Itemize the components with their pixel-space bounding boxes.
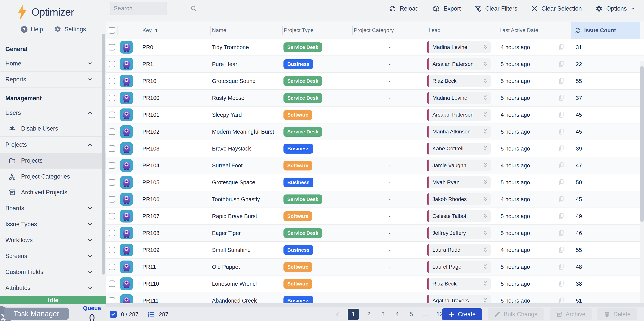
sidebar-scrollbar[interactable] (102, 34, 105, 274)
lead-select[interactable]: Laurel Page (427, 261, 491, 273)
table-row[interactable]: PR107 Rapid Brave Burst Software - Celes… (106, 208, 644, 225)
search-input[interactable] (114, 5, 190, 12)
row-checkbox[interactable] (109, 230, 115, 236)
selection-checkbox[interactable] (110, 311, 117, 318)
table-row[interactable]: PR101 Sleepy Yard Software - Arsalan Pat… (106, 107, 644, 123)
column-header-issue-count[interactable]: Issue Count (571, 22, 640, 39)
table-row[interactable]: PR109 Small Sunshine Business - Laura Ru… (106, 242, 644, 259)
row-checkbox[interactable] (109, 297, 115, 303)
copy-icon[interactable] (558, 162, 564, 169)
table-row[interactable]: PR110 Lonesome Wrench Software - Riaz Be… (106, 275, 644, 292)
row-checkbox[interactable] (109, 179, 115, 186)
page-button-4[interactable]: 4 (393, 309, 401, 320)
export-button[interactable]: Export (432, 5, 461, 13)
table-row[interactable]: PR111 Abandoned Creek Business - Agatha … (106, 292, 644, 303)
lead-select[interactable]: Riaz Beck (427, 278, 491, 290)
bulk-change-button[interactable]: Bulk Change (488, 308, 544, 320)
row-checkbox[interactable] (109, 247, 115, 253)
row-checkbox[interactable] (109, 264, 115, 270)
sidebar-item-issue-types[interactable]: Issue Types (0, 216, 106, 232)
row-checkbox[interactable] (109, 95, 115, 101)
options-button[interactable]: Options (596, 5, 636, 12)
task-manager-button[interactable]: Task Manager (4, 307, 69, 320)
table-row[interactable]: PR102 Modern Meaningful Burst Service De… (106, 123, 644, 140)
copy-icon[interactable] (558, 263, 564, 270)
sidebar-item-archived-projects[interactable]: Archived Projects (0, 185, 106, 200)
copy-icon[interactable] (558, 94, 564, 102)
table-row[interactable]: PR11 Old Puppet Software - Laurel Page 5… (106, 259, 644, 275)
lead-select[interactable]: Agatha Travers (427, 295, 491, 303)
copy-icon[interactable] (558, 179, 564, 186)
column-header-project-category[interactable]: Project Category (352, 22, 427, 39)
row-checkbox[interactable] (109, 128, 115, 135)
row-checkbox[interactable] (109, 145, 115, 152)
lead-select[interactable]: Riaz Beck (427, 75, 491, 87)
table-row[interactable]: PR10 Grotesque Sound Service Desk - Riaz… (106, 73, 644, 90)
page-button-3[interactable]: 3 (379, 309, 387, 320)
horizontal-scrollbar[interactable] (106, 303, 644, 307)
lead-select[interactable]: Jakob Rhodes (427, 193, 491, 205)
lead-select[interactable]: Jeffrey Jeffery (427, 227, 491, 239)
lead-select[interactable]: Jamie Vaughn (427, 159, 491, 172)
table-scrollbar[interactable] (640, 66, 644, 222)
select-all-checkbox[interactable] (109, 27, 115, 34)
lead-select[interactable]: Madina Levine (427, 41, 491, 53)
row-checkbox[interactable] (109, 44, 115, 51)
lead-select[interactable]: Madina Levine (427, 92, 491, 104)
row-checkbox[interactable] (109, 111, 115, 118)
column-header-project-type[interactable]: Project Type (282, 22, 352, 39)
copy-icon[interactable] (558, 297, 564, 303)
table-row[interactable]: PR106 Toothbrush Ghastly Service Desk - … (106, 191, 644, 208)
copy-icon[interactable] (558, 77, 564, 85)
row-checkbox[interactable] (109, 280, 115, 287)
copy-icon[interactable] (558, 280, 564, 287)
delete-button[interactable]: Delete (597, 308, 637, 320)
copy-icon[interactable] (558, 145, 564, 152)
copy-icon[interactable] (558, 246, 564, 254)
copy-icon[interactable] (558, 111, 564, 118)
column-header-lead[interactable]: Lead (427, 22, 498, 39)
copy-icon[interactable] (558, 128, 564, 135)
lead-select[interactable]: Arsalan Paterson (427, 109, 491, 121)
column-header-key[interactable]: Key (141, 22, 210, 39)
page-button-1[interactable]: 1 (348, 309, 359, 320)
copy-icon[interactable] (558, 61, 564, 68)
reload-button[interactable]: Reload (389, 5, 418, 12)
create-button[interactable]: Create (442, 308, 482, 320)
sidebar-item-home[interactable]: Home (0, 56, 106, 72)
table-row[interactable]: PR104 Surreal Foot Software - Jamie Vaug… (106, 157, 644, 174)
table-row[interactable]: PR105 Grotesque Space Business - Myah Ry… (106, 174, 644, 191)
archive-button[interactable]: Archive (550, 308, 592, 320)
lead-select[interactable]: Arsalan Paterson (427, 58, 491, 70)
page-button-5[interactable]: 5 (407, 309, 416, 320)
table-row[interactable]: PR0 Tidy Trombone Service Desk - Madina … (106, 39, 644, 56)
sidebar-item-project-categories[interactable]: Project Categories (0, 169, 106, 185)
sidebar-item-boards[interactable]: Boards (0, 200, 106, 216)
row-checkbox[interactable] (109, 213, 115, 219)
copy-icon[interactable] (558, 44, 564, 51)
sidebar-item-users[interactable]: Users (0, 105, 106, 121)
clear-selection-button[interactable]: Clear Selection (531, 5, 582, 12)
sidebar-item-disable-users[interactable]: Disable Users (0, 121, 106, 137)
column-header-name[interactable]: Name (210, 22, 282, 39)
copy-icon[interactable] (558, 213, 564, 220)
lead-select[interactable]: Kane Cottrell (427, 143, 491, 154)
table-row[interactable]: PR103 Brave Haystack Business - Kane Cot… (106, 140, 644, 157)
copy-icon[interactable] (558, 229, 564, 237)
table-row[interactable]: PR108 Eager Tiger Service Desk - Jeffrey… (106, 225, 644, 242)
lead-select[interactable]: Myah Ryan (427, 177, 491, 188)
row-checkbox[interactable] (109, 162, 115, 169)
copy-icon[interactable] (558, 196, 564, 203)
clear-filters-button[interactable]: Clear Filters (474, 5, 517, 12)
column-header-last-active-date[interactable]: Last Active Date (498, 22, 571, 39)
page-previous-button[interactable] (334, 309, 342, 320)
row-checkbox[interactable] (109, 61, 115, 67)
sidebar-item-attributes[interactable]: Attributes (0, 280, 106, 296)
help-button[interactable]: ? Help (20, 26, 43, 33)
row-checkbox[interactable] (109, 78, 115, 84)
sidebar-item-projects[interactable]: Projects (0, 153, 106, 169)
page-button-2[interactable]: 2 (364, 309, 373, 320)
sidebar-item-screens[interactable]: Screens (0, 248, 106, 264)
sidebar-item-reports[interactable]: Reports (0, 72, 106, 88)
lead-select[interactable]: Celeste Talbot (427, 210, 491, 222)
